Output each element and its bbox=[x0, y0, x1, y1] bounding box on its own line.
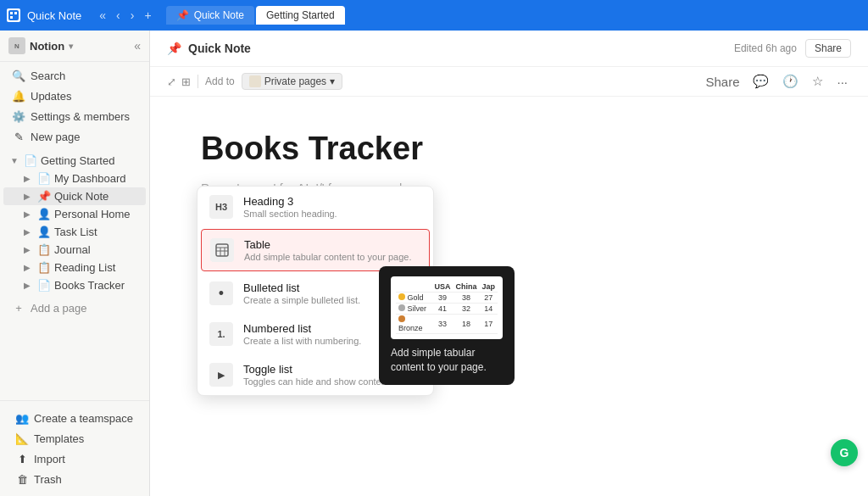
grid-icon[interactable]: ⊞ bbox=[181, 75, 191, 88]
sidebar-item-quick-note[interactable]: ▶ 📌 Quick Note bbox=[3, 187, 146, 205]
teamspace-icon: 👥 bbox=[15, 411, 29, 425]
tab-area: 📌 Quick Note Getting Started bbox=[166, 6, 345, 25]
page-main-title: Books Tracker bbox=[201, 131, 817, 167]
list-icon: 📋 bbox=[37, 261, 51, 274]
private-pages-label: Private pages bbox=[264, 75, 326, 87]
back-btn[interactable]: ‹ bbox=[112, 7, 125, 24]
sidebar-item-reading-list[interactable]: ▶ 📋 Reading List bbox=[3, 259, 146, 276]
dropdown-item-desc: Create a list with numbering. bbox=[243, 336, 361, 346]
sidebar-item-label: Trash bbox=[34, 473, 62, 486]
sidebar-item-label: New page bbox=[31, 131, 81, 143]
svg-rect-0 bbox=[8, 10, 19, 20]
tab-quick-note[interactable]: 📌 Quick Note bbox=[166, 6, 254, 25]
sidebar-item-import[interactable]: ⬆ Import bbox=[7, 449, 142, 469]
tab-label-active: Getting Started bbox=[266, 9, 335, 21]
sidebar-item-create-teamspace[interactable]: 👥 Create a teamspace bbox=[7, 408, 142, 428]
sidebar-item-journal[interactable]: ▶ 📋 Journal bbox=[3, 241, 146, 259]
plus-icon: + bbox=[12, 301, 25, 315]
tree-item-label: Books Tracker bbox=[54, 279, 125, 292]
sidebar-item-trash[interactable]: 🗑 Trash bbox=[7, 469, 142, 489]
chevron-right-icon: ▶ bbox=[24, 281, 34, 290]
share-button[interactable]: Share bbox=[805, 39, 851, 58]
table-tooltip: USA China Jap Gold 39 38 27 bbox=[379, 266, 515, 385]
chevron-down-icon: ▾ bbox=[330, 75, 335, 87]
plus-icon: ✎ bbox=[12, 130, 25, 143]
workspace-avatar: N bbox=[8, 37, 25, 54]
page-icon: 📄 bbox=[37, 172, 51, 185]
sidebar-collapse-button[interactable]: « bbox=[134, 39, 141, 53]
sidebar-item-settings[interactable]: ⚙️ Settings & members bbox=[3, 106, 146, 126]
grammarly-label: G bbox=[840, 446, 849, 460]
private-pages-button[interactable]: Private pages ▾ bbox=[242, 73, 342, 90]
sidebar-item-personal-home[interactable]: ▶ 👤 Personal Home bbox=[3, 205, 146, 223]
sidebar-item-label: Import bbox=[34, 453, 65, 465]
page-icon: 📄 bbox=[24, 154, 37, 167]
tab-pin-icon: 📌 bbox=[176, 9, 189, 21]
grammarly-button[interactable]: G bbox=[831, 439, 858, 466]
svg-rect-3 bbox=[10, 16, 13, 19]
sidebar-item-updates[interactable]: 🔔 Updates bbox=[3, 86, 146, 106]
sidebar-item-my-dashboard[interactable]: ▶ 📄 My Dashboard bbox=[3, 170, 146, 187]
sidebar-item-search[interactable]: 🔍 Search bbox=[3, 65, 146, 86]
tree-item-label: Quick Note bbox=[54, 190, 108, 203]
chevron-right-icon: ▶ bbox=[24, 192, 34, 201]
workspace-name[interactable]: N Notion ▾ bbox=[8, 37, 73, 54]
dropdown-item-title: Bulleted list bbox=[243, 281, 360, 294]
titlebar-title: Quick Note bbox=[27, 9, 81, 22]
page-toolbar: ⤢ ⊞ Add to Private pages ▾ Share 💬 🕐 ☆ ·… bbox=[150, 67, 868, 97]
templates-icon: 📐 bbox=[15, 432, 29, 445]
add-to-label: Add to bbox=[205, 75, 235, 87]
title-bar: Quick Note « ‹ › + 📌 Quick Note Getting … bbox=[0, 0, 868, 31]
edited-label: Edited 6h ago bbox=[734, 42, 797, 54]
add-tab-btn[interactable]: + bbox=[140, 7, 155, 24]
toggle-icon: ▶ bbox=[209, 363, 233, 387]
comment-button[interactable]: 💬 bbox=[749, 72, 772, 91]
sidebar-add-page[interactable]: + Add a page bbox=[3, 298, 146, 318]
sidebar-tree-section: ▼ 📄 Getting Started ▶ 📄 My Dashboard ▶ 📌… bbox=[0, 152, 149, 318]
forward-btn[interactable]: › bbox=[126, 7, 139, 24]
sidebar-item-books-tracker[interactable]: ▶ 📄 Books Tracker bbox=[3, 276, 146, 294]
sidebar-item-label: Updates bbox=[31, 90, 71, 103]
tree-item-label: Personal Home bbox=[54, 208, 131, 220]
main-layout: N Notion ▾ « 🔍 Search 🔔 Updates ⚙️ Setti… bbox=[0, 31, 868, 496]
page-header-right: Edited 6h ago Share bbox=[734, 39, 851, 58]
tooltip-text: Add simple tabular content to your page. bbox=[391, 346, 503, 375]
doc-icon: 📄 bbox=[37, 279, 51, 292]
chevron-right-icon: ▶ bbox=[24, 174, 34, 183]
sidebar: N Notion ▾ « 🔍 Search 🔔 Updates ⚙️ Setti… bbox=[0, 31, 150, 496]
svg-rect-1 bbox=[10, 12, 13, 14]
sidebar-item-new-page[interactable]: ✎ New page bbox=[3, 126, 146, 147]
tab-getting-started[interactable]: Getting Started bbox=[256, 6, 345, 25]
clock-button[interactable]: 🕐 bbox=[779, 72, 802, 91]
chevron-right-icon: ▶ bbox=[24, 227, 34, 237]
toolbar-divider bbox=[198, 75, 198, 88]
dropdown-item-heading3[interactable]: H3 Heading 3 Small section heading. bbox=[198, 187, 433, 227]
tab-label: Quick Note bbox=[194, 9, 244, 21]
sidebar-item-task-list[interactable]: ▶ 👤 Task List bbox=[3, 223, 146, 241]
page-header: 📌 Quick Note Edited 6h ago Share bbox=[150, 31, 868, 67]
tree-item-label: Reading List bbox=[54, 261, 115, 274]
person-icon: 👤 bbox=[37, 226, 51, 238]
collapse-btn[interactable]: « bbox=[95, 7, 110, 24]
sidebar-item-templates[interactable]: 📐 Templates bbox=[7, 428, 142, 449]
tooltip-preview: USA China Jap Gold 39 38 27 bbox=[391, 276, 503, 339]
titlebar-nav: « ‹ › + bbox=[95, 7, 155, 24]
person-icon: 👤 bbox=[37, 208, 51, 220]
tree-item-label: My Dashboard bbox=[54, 172, 126, 185]
toolbar-icons: ⤢ ⊞ bbox=[167, 75, 191, 88]
sidebar-item-label: Search bbox=[31, 70, 65, 82]
dropdown-item-table[interactable]: Table Add simple tabular content to your… bbox=[201, 229, 430, 271]
sidebar-item-getting-started[interactable]: ▼ 📄 Getting Started bbox=[3, 152, 146, 170]
bell-icon: 🔔 bbox=[12, 89, 25, 103]
dropdown-item-title: Table bbox=[244, 238, 412, 251]
star-button[interactable]: ☆ bbox=[809, 72, 826, 91]
content-area: 📌 Quick Note Edited 6h ago Share ⤢ ⊞ Add… bbox=[150, 31, 868, 496]
sidebar-item-label: Create a teamspace bbox=[34, 412, 133, 425]
resize-icon[interactable]: ⤢ bbox=[167, 75, 176, 88]
sidebar-navigation: 🔍 Search 🔔 Updates ⚙️ Settings & members… bbox=[0, 62, 149, 400]
sidebar-item-label: Templates bbox=[34, 432, 84, 445]
page-share-button[interactable]: Share bbox=[702, 73, 743, 91]
search-icon: 🔍 bbox=[12, 69, 25, 82]
add-to-text: Add to bbox=[205, 75, 235, 87]
more-button[interactable]: ··· bbox=[833, 73, 851, 91]
